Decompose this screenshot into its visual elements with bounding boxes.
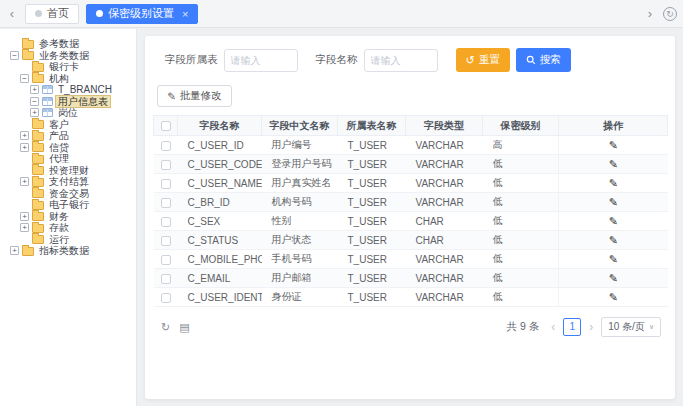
edit-row-icon[interactable]: ✎ [609, 177, 618, 189]
tree-node[interactable]: +指标类数据 [10, 245, 134, 257]
tree-node[interactable]: +支付结算 [10, 176, 134, 188]
edit-row-icon[interactable]: ✎ [609, 215, 618, 227]
tree-node[interactable]: +存款 [10, 222, 134, 234]
reset-button[interactable]: ↺ 重置 [456, 48, 510, 72]
cell-secrecy-level: 低 [483, 269, 559, 288]
toggle-spacer [10, 39, 19, 48]
tree-node[interactable]: +信贷 [10, 142, 134, 154]
tab-secrecy-level-settings[interactable]: 保密级别设置 × [86, 4, 198, 24]
row-checkbox[interactable] [161, 198, 171, 208]
column-header-actions: 操作 [559, 116, 668, 136]
row-checkbox[interactable] [161, 160, 171, 170]
tree-node-label: 财务 [47, 211, 71, 222]
tree-node-label: 客户 [47, 119, 71, 130]
cell-field-name: C_STATUS [178, 231, 262, 250]
column-header-field-type: 字段类型 [406, 116, 483, 136]
search-button[interactable]: 搜索 [516, 48, 571, 72]
batch-edit-button[interactable]: ✎ 批量修改 [157, 85, 232, 107]
column-settings-icon[interactable]: ▤ [179, 321, 189, 334]
tree-node[interactable]: +产品 [10, 130, 134, 142]
edit-row-icon[interactable]: ✎ [609, 291, 618, 303]
tree-node[interactable]: +岗位 [10, 107, 134, 119]
expand-icon[interactable]: + [20, 212, 29, 221]
pagination: 共 9 条 ‹ 1 › 10 条/页 ∨ [507, 317, 662, 337]
table-row: C_MOBILE_PHONE手机号码T_USERVARCHAR低✎ [154, 250, 668, 269]
select-all-checkbox[interactable] [161, 121, 171, 131]
expand-icon[interactable]: + [20, 177, 29, 186]
next-page-button[interactable]: › [587, 320, 595, 334]
cell-field-cn-name: 用户编号 [262, 136, 338, 155]
row-checkbox[interactable] [161, 141, 171, 151]
tabs-scroll-left-icon[interactable]: ‹ [6, 6, 18, 21]
expand-icon[interactable]: + [10, 246, 19, 255]
field-table-input[interactable] [224, 49, 298, 72]
tab-close-icon[interactable]: × [182, 8, 188, 20]
cell-table-name: T_USER [338, 174, 406, 193]
expand-icon[interactable]: + [20, 223, 29, 232]
table-footer: ↻ ▤ 共 9 条 ‹ 1 › 10 条/页 ∨ [161, 317, 661, 337]
folder-icon [32, 143, 44, 152]
tree-node[interactable]: 银行卡 [10, 61, 134, 73]
expand-icon[interactable]: + [30, 108, 39, 117]
collapse-icon[interactable]: − [30, 97, 39, 106]
tree-node-label: 用户信息表 [56, 96, 110, 107]
tree-node[interactable]: −业务类数据 [10, 50, 134, 62]
expand-icon[interactable]: + [20, 131, 29, 140]
folder-icon [32, 201, 44, 210]
tree-node[interactable]: 投资理财 [10, 165, 134, 177]
tree-node[interactable]: 运行 [10, 234, 134, 246]
main-panel: 字段所属表 字段名称 ↺ 重置 搜索 ✎ 批量修改 [145, 36, 675, 399]
tree-node-label: 代理 [47, 153, 71, 164]
prev-page-button[interactable]: ‹ [549, 320, 557, 334]
tree-node-label: 投资理财 [47, 165, 91, 176]
collapse-icon[interactable]: − [10, 51, 19, 60]
row-checkbox[interactable] [161, 236, 171, 246]
tree-node-label: 参考数据 [37, 38, 81, 49]
tree-node[interactable]: −用户信息表 [10, 96, 134, 108]
tabs-scroll-right-icon[interactable]: › [644, 6, 656, 21]
row-checkbox[interactable] [161, 293, 171, 303]
folder-icon [32, 74, 44, 83]
edit-row-icon[interactable]: ✎ [609, 196, 618, 208]
cell-field-cn-name: 身份证 [262, 288, 338, 307]
tree-node[interactable]: 资金交易 [10, 188, 134, 200]
edit-row-icon[interactable]: ✎ [609, 272, 618, 284]
row-checkbox[interactable] [161, 255, 171, 265]
row-checkbox[interactable] [161, 217, 171, 227]
edit-row-icon[interactable]: ✎ [609, 158, 618, 170]
page-size-select[interactable]: 10 条/页 ∨ [601, 317, 661, 337]
edit-row-icon[interactable]: ✎ [609, 234, 618, 246]
collapse-icon[interactable]: − [20, 74, 29, 83]
cell-table-name: T_USER [338, 288, 406, 307]
cell-field-name: C_USER_IDENTITY [178, 288, 262, 307]
tree-node[interactable]: 客户 [10, 119, 134, 131]
edit-row-icon[interactable]: ✎ [609, 253, 618, 265]
tree-node-label: 信贷 [47, 142, 71, 153]
cell-field-type: VARCHAR [406, 155, 483, 174]
refresh-table-icon[interactable]: ↻ [161, 321, 170, 334]
tree-node-label: 银行卡 [47, 61, 81, 72]
column-header-field-cn-name: 字段中文名称 [262, 116, 338, 136]
folder-icon [32, 120, 44, 129]
folder-icon [22, 51, 34, 60]
tree-node-label: 产品 [47, 130, 71, 141]
tree-node-label: 运行 [47, 234, 71, 245]
tree-node[interactable]: −机构 [10, 73, 134, 85]
folder-icon [32, 63, 44, 72]
data-category-tree: 参考数据−业务类数据银行卡−机构+T_BRANCH−用户信息表+岗位客户+产品+… [10, 38, 134, 257]
tree-node[interactable]: 参考数据 [10, 38, 134, 50]
tab-home[interactable]: 首页 [25, 4, 79, 24]
expand-icon[interactable]: + [30, 85, 39, 94]
tree-node[interactable]: +T_BRANCH [10, 84, 134, 96]
edit-row-icon[interactable]: ✎ [609, 139, 618, 151]
tree-node[interactable]: +财务 [10, 211, 134, 223]
tree-node[interactable]: 电子银行 [10, 199, 134, 211]
field-name-input[interactable] [364, 49, 438, 72]
tabs-refresh-icon[interactable]: ↻ [663, 7, 677, 21]
expand-icon[interactable]: + [20, 143, 29, 152]
tree-node[interactable]: 代理 [10, 153, 134, 165]
row-checkbox[interactable] [161, 179, 171, 189]
batch-edit-label: 批量修改 [180, 89, 222, 103]
page-number-button[interactable]: 1 [563, 318, 581, 336]
row-checkbox[interactable] [161, 274, 171, 284]
